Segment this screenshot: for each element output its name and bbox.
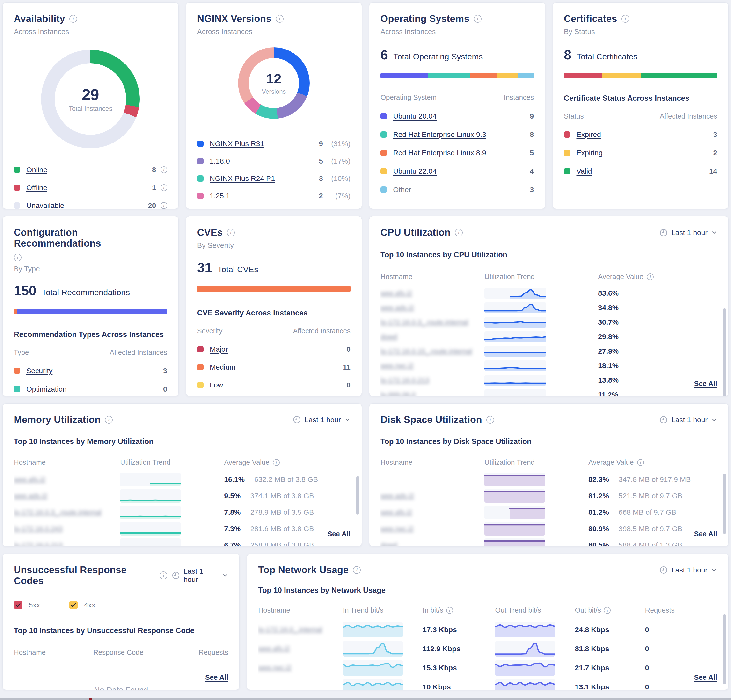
recommendations-table: Security3Optimization0Best Practice21 [14,367,167,396]
hostname-link[interactable]: wee.afs.i2 [380,508,484,516]
average-value: 29.8% [598,332,619,341]
see-all-link[interactable]: See All [327,530,351,538]
legend-label-link[interactable]: Expiring [577,149,603,157]
hostname-link[interactable]: lo-172.16.0.213 [14,541,120,546]
legend-label-link[interactable]: Red Hat Enterprise Linux 8.9 [393,149,486,157]
see-all-link[interactable]: See All [205,674,228,681]
info-icon[interactable]: i [273,459,280,466]
info-icon[interactable]: i [227,229,235,236]
hostname-link[interactable]: lo-172.16.0_.internal [258,625,343,634]
hostname-link[interactable]: wee.ads.i2 [14,492,120,500]
checkbox-icon[interactable] [69,601,78,609]
info-icon[interactable]: i [647,274,654,280]
info-icon[interactable]: i [105,416,113,424]
legend-color-dot [564,150,570,156]
legend-label-link[interactable]: Low [210,381,223,389]
legend-label-link[interactable]: Unavailable [26,201,64,209]
filter-checkbox-4xx[interactable]: 4xx [69,601,95,609]
time-range-dropdown[interactable]: Last 1 hour [659,416,717,424]
legend-label-link[interactable]: Medium [210,363,236,371]
see-all-link[interactable]: See All [694,674,717,681]
hostname-link[interactable]: wee.rwc.i2 [258,664,343,672]
availability-donut-chart[interactable]: 29 Total Instances [41,50,140,148]
in-trend-cell [343,679,423,690]
info-icon[interactable]: i [446,607,453,614]
legend-color-dot [197,141,204,147]
legend-label-link[interactable]: Red Hat Enterprise Linux 9.3 [393,130,486,139]
hostname-link[interactable]: wee.afs.i2 [14,476,120,483]
legend-label-link[interactable]: Security [26,367,53,375]
checkbox-icon[interactable] [14,601,22,609]
info-icon[interactable]: i [486,416,494,424]
hostname-link[interactable]: lo-172.16.0.243 [14,525,120,533]
legend-color-dot [14,185,20,191]
horizontal-scrollbar[interactable] [0,698,731,700]
legend-label-link[interactable]: Valid [577,167,592,175]
legend-label-link[interactable]: 1.25.1 [210,192,230,200]
time-range-dropdown[interactable]: Last 1 hour [292,416,351,424]
hostname-link[interactable]: wee.ads.i2 [380,304,484,312]
hostname-link[interactable]: wee.rwc.i2 [380,362,484,370]
info-icon[interactable]: i [160,202,167,209]
hostname-link[interactable]: lo-172.16.0.3_.route.internal [14,508,120,516]
legend-label-link[interactable]: 1.18.0 [210,157,230,165]
scrollbar-thumb[interactable] [723,474,726,534]
time-range-dropdown[interactable]: Last 1 hour [172,567,228,584]
card-title: CPU Utilization [380,227,451,238]
legend-label-link[interactable]: Major [210,345,228,353]
card-nginx-versions: NGINX Versions i Across Instances 12 Ver… [186,2,362,209]
legend-label-link[interactable]: Online [26,166,47,174]
legend-label-link[interactable]: NGINX Plus R24 P1 [210,174,275,183]
hostname-link[interactable]: lo-172.16.0.3_.route.internal [380,318,484,326]
trend-cell [484,473,589,486]
legend-value: 5 [319,157,323,165]
scrollbar-thumb[interactable] [356,476,359,515]
info-icon[interactable]: i [455,229,463,236]
scrollbar-thumb[interactable] [723,614,726,684]
section-title: Top 10 Instances by Network Usage [258,586,717,595]
hostname-link[interactable]: wee.ads.i2 [380,492,484,500]
legend-label-link[interactable]: Offline [26,184,47,192]
nginx-versions-donut-chart[interactable]: 12 Versions [238,47,310,119]
info-icon[interactable]: i [14,253,22,261]
table-row: 82.3%347.8 MB of 917.9 MB [380,471,717,488]
hostname-link[interactable]: lo-999.06.0 [380,391,484,396]
legend-label-link[interactable]: NGINX Plus R31 [210,140,264,148]
info-icon[interactable]: i [604,607,611,614]
info-icon[interactable]: i [353,566,361,574]
info-icon[interactable]: i [160,166,167,173]
scrollbar-thumb[interactable] [723,308,726,396]
time-range-dropdown[interactable]: Last 1 hour [659,566,717,574]
average-detail: 374.1 MB of 3.8 GB [250,492,314,500]
info-icon[interactable]: i [160,571,167,579]
info-icon[interactable]: i [276,15,283,23]
col-header: Hostname [380,273,484,281]
hostname-link[interactable]: dowd [380,333,484,341]
legend-percent: (17%) [327,157,351,165]
legend-label-link[interactable]: Optimization [26,385,67,393]
hostname-link[interactable]: dowd [380,541,484,546]
info-icon[interactable]: i [637,459,644,466]
trend-sparkline [343,679,403,690]
table-row: wee.afs.i2112.9 Kbps81.8 Kbps0 [258,639,717,658]
filter-checkbox-5xx[interactable]: 5xx [14,601,40,609]
see-all-link[interactable]: See All [694,530,717,538]
info-icon[interactable]: i [160,184,167,191]
dashboard: Availability i Across Instances 29 Total… [2,2,729,690]
hostname-link[interactable]: wee.afs.i2 [258,645,343,653]
hostname-link[interactable]: wee.rwc.i2 [380,525,484,533]
legend-label-link[interactable]: Expired [577,130,601,139]
time-range-dropdown[interactable]: Last 1 hour [659,228,717,237]
hostname-link[interactable]: lo-172.16.0.213 [380,376,484,384]
hostname-link[interactable]: wee.afs.i2 [380,289,484,297]
table-row: lo-999.06.011.2% [380,387,717,396]
col-header: Operating System [380,94,437,101]
see-all-link[interactable]: See All [694,380,717,388]
info-icon[interactable]: i [69,15,77,23]
info-icon[interactable]: i [474,15,481,23]
legend-value: 3 [530,186,534,194]
info-icon[interactable]: i [621,15,629,23]
hostname-link[interactable]: lo-172.16.0.15_.route.internal [380,347,484,355]
legend-label-link[interactable]: Ubuntu 20.04 [393,112,437,120]
legend-label-link[interactable]: Ubuntu 22.04 [393,167,437,175]
